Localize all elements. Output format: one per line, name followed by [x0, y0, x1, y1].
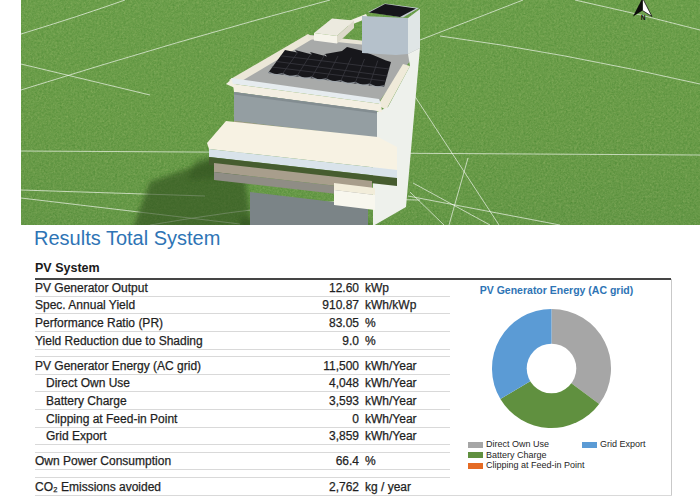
svg-text:N: N	[641, 14, 646, 21]
